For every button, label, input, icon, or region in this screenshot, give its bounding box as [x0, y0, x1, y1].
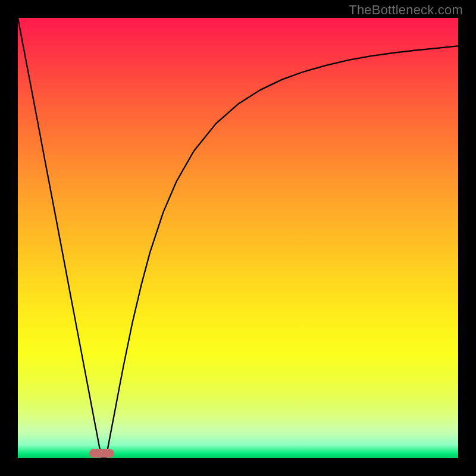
- plot-area: [18, 18, 458, 458]
- minimum-marker: [89, 449, 114, 458]
- watermark-text: TheBottleneck.com: [349, 2, 463, 18]
- bottleneck-curve: [18, 18, 458, 458]
- chart-frame: TheBottleneck.com: [0, 0, 476, 476]
